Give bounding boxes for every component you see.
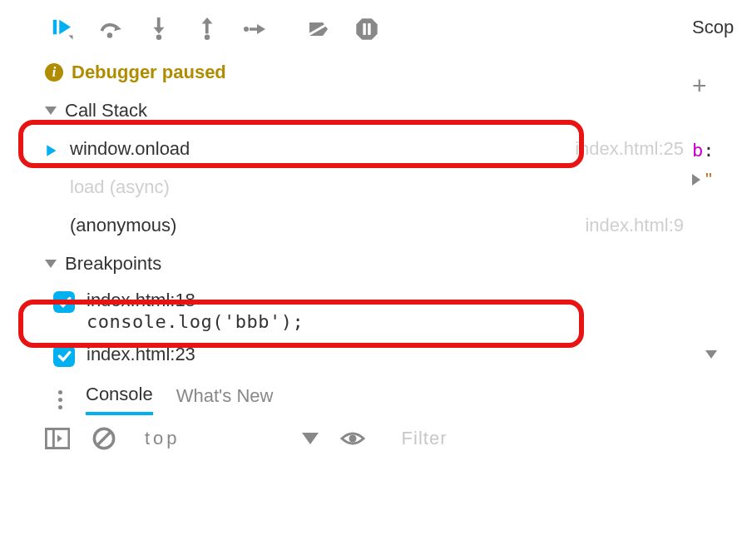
tab-whats-new[interactable]: What's New	[176, 385, 274, 414]
svg-point-5	[205, 34, 210, 39]
breakpoint-location: index.html:23	[87, 344, 195, 365]
context-selector[interactable]: top	[145, 428, 181, 449]
console-toolbar: top Filter	[0, 415, 742, 450]
debugger-toolbar	[0, 0, 742, 58]
clear-console-icon[interactable]	[92, 427, 116, 450]
step-over-button[interactable]	[98, 17, 123, 42]
drawer-tabs: Console What's New	[0, 372, 742, 415]
callstack-async-divider: load (async)	[0, 168, 742, 206]
frame-location: index.html:9	[585, 215, 684, 236]
deactivate-breakpoints-button[interactable]	[306, 17, 331, 42]
resume-button[interactable]	[50, 17, 75, 42]
status-text: Debugger paused	[72, 62, 226, 83]
chevron-right-icon	[692, 174, 700, 186]
tab-console[interactable]: Console	[86, 384, 153, 415]
chevron-down-icon	[45, 107, 57, 115]
section-title: Breakpoints	[65, 253, 161, 275]
svg-rect-2	[157, 17, 161, 28]
info-icon: i	[45, 63, 63, 82]
breakpoint-checkbox[interactable]	[53, 345, 75, 367]
step-button[interactable]	[243, 17, 268, 42]
svg-point-3	[156, 34, 161, 39]
frame-name: (anonymous)	[45, 215, 575, 236]
section-title: Call Stack	[65, 100, 147, 121]
add-icon[interactable]: +	[692, 72, 742, 100]
step-out-button[interactable]	[195, 17, 220, 42]
chevron-down-icon	[45, 260, 57, 268]
debugger-status: i Debugger paused	[0, 58, 742, 92]
svg-rect-12	[46, 429, 53, 448]
breakpoints-section-header[interactable]: Breakpoints	[0, 245, 742, 283]
svg-rect-7	[250, 27, 258, 31]
breakpoint-code: console.log('bbb');	[87, 311, 304, 332]
chevron-down-icon[interactable]	[705, 350, 717, 359]
svg-line-14	[97, 432, 111, 445]
svg-rect-0	[53, 20, 57, 35]
pause-on-exceptions-button[interactable]	[354, 17, 379, 42]
callstack-frame[interactable]: window.onload index.html:25	[0, 130, 742, 168]
frame-name: window.onload	[70, 138, 565, 160]
console-sidebar-toggle-icon[interactable]	[45, 427, 70, 450]
svg-rect-10	[368, 23, 370, 35]
svg-rect-4	[205, 22, 209, 33]
breakpoint-location: index.html:18	[87, 290, 304, 311]
eye-icon[interactable]	[340, 427, 365, 450]
breakpoint-item[interactable]: index.html:18 console.log('bbb');	[0, 283, 742, 337]
svg-point-1	[107, 32, 112, 37]
more-tabs-icon[interactable]	[58, 390, 62, 409]
breakpoint-checkbox[interactable]	[53, 291, 75, 313]
frame-location: index.html:25	[575, 138, 684, 160]
callstack-frame[interactable]: (anonymous) index.html:9	[0, 206, 742, 245]
scope-variable[interactable]: b:	[692, 140, 742, 161]
filter-input[interactable]: Filter	[402, 428, 448, 449]
scope-value[interactable]: "	[692, 169, 742, 191]
frame-name: load (async)	[45, 176, 717, 198]
scope-label: Scop	[692, 17, 742, 38]
scope-panel: Scop + b: "	[692, 17, 742, 191]
current-frame-icon	[45, 141, 60, 156]
callstack-section-header[interactable]: Call Stack	[0, 92, 742, 130]
svg-point-6	[244, 27, 249, 32]
chevron-down-icon[interactable]	[302, 433, 319, 444]
svg-point-15	[349, 435, 356, 443]
breakpoint-item[interactable]: index.html:23	[0, 337, 705, 372]
svg-rect-9	[363, 23, 365, 35]
step-into-button[interactable]	[146, 17, 171, 42]
